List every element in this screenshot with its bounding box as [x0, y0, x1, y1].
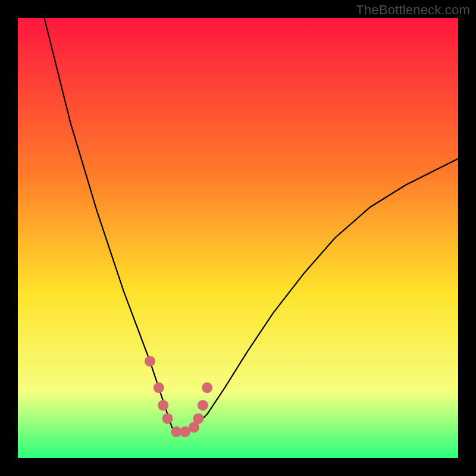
marker-point — [202, 383, 212, 393]
plot-area — [18, 18, 458, 458]
marker-point — [162, 413, 173, 424]
marker-point — [145, 356, 155, 367]
chart-frame: TheBottleneck.com — [0, 0, 476, 476]
marker-point — [198, 400, 208, 411]
watermark-text: TheBottleneck.com — [356, 2, 470, 18]
marker-point — [154, 383, 164, 393]
chart-svg — [18, 18, 458, 458]
marker-point — [193, 413, 203, 424]
marker-point — [158, 400, 168, 411]
gradient-background — [18, 18, 458, 458]
